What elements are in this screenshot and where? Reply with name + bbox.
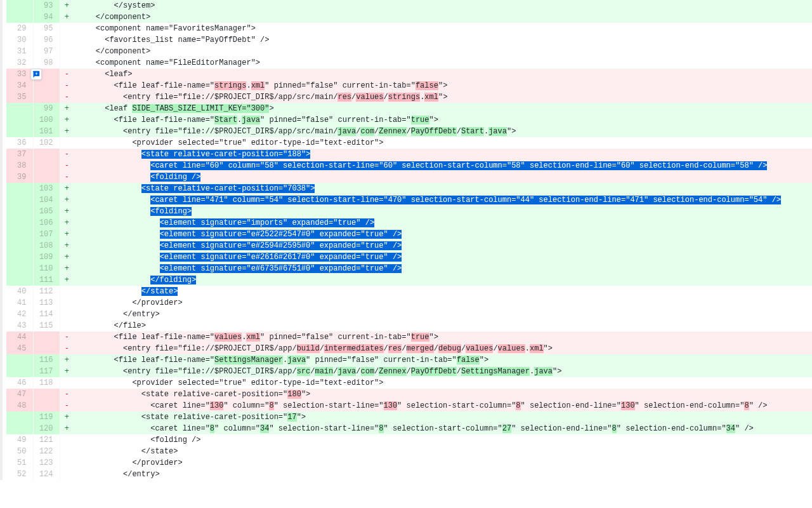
new-line-number[interactable]: 104 <box>33 194 60 206</box>
old-line-number[interactable] <box>6 103 33 114</box>
old-line-number[interactable]: 32 <box>6 57 33 69</box>
old-line-number[interactable]: 52 <box>6 469 33 480</box>
new-line-number[interactable]: 103 <box>33 183 60 194</box>
new-line-number[interactable]: 123 <box>33 457 60 469</box>
new-line-number[interactable]: 105 <box>33 206 60 217</box>
code-content[interactable]: <leaf SIDE_TABS_SIZE_LIMIT_KEY="300"> <box>74 103 812 114</box>
code-content[interactable]: <component name="FileEditorManager"> <box>74 57 812 69</box>
code-content[interactable]: </provider> <box>74 297 812 309</box>
diff-line[interactable]: 46118 <provider selected="true" editor-t… <box>6 377 812 389</box>
diff-line[interactable]: 103+ <state relative-caret-position="703… <box>6 183 812 194</box>
code-content[interactable]: <element signature="e#2522#2547#0" expan… <box>74 229 812 240</box>
code-content[interactable]: <state relative-caret-position="7038"> <box>74 183 812 194</box>
new-line-number[interactable] <box>33 331 60 343</box>
new-line-number[interactable]: 121 <box>33 434 60 446</box>
diff-line[interactable]: 52124 </entry> <box>6 469 812 480</box>
new-line-number[interactable] <box>33 91 60 103</box>
diff-line[interactable]: 50122 </state> <box>6 446 812 457</box>
new-line-number[interactable]: 116 <box>33 354 60 366</box>
diff-line[interactable]: 120+ <caret line="8" column="34" selecti… <box>6 423 812 434</box>
diff-line[interactable]: 48- <caret line="130" column="8" selecti… <box>6 400 812 411</box>
diff-line[interactable]: 51123 </provider> <box>6 457 812 469</box>
code-content[interactable]: </component> <box>74 11 812 23</box>
old-line-number[interactable]: 40 <box>6 286 33 297</box>
code-content[interactable]: <element signature="e#2594#2595#0" expan… <box>74 240 812 251</box>
new-line-number[interactable] <box>33 149 60 160</box>
new-line-number[interactable]: 124 <box>33 469 60 480</box>
diff-line[interactable]: 108+ <element signature="e#2594#2595#0" … <box>6 240 812 251</box>
old-line-number[interactable]: 34 <box>6 80 33 91</box>
old-line-number[interactable]: 44 <box>6 331 33 343</box>
old-line-number[interactable]: 50 <box>6 446 33 457</box>
code-content[interactable]: <provider selected="true" editor-type-id… <box>74 377 812 389</box>
diff-line[interactable]: 111+ </folding> <box>6 274 812 286</box>
code-content[interactable]: </folding> <box>74 274 812 286</box>
old-line-number[interactable] <box>6 240 33 251</box>
code-content[interactable]: <provider selected="true" editor-type-id… <box>74 137 812 149</box>
old-line-number[interactable] <box>6 354 33 366</box>
old-line-number[interactable]: 49 <box>6 434 33 446</box>
new-line-number[interactable] <box>33 343 60 354</box>
old-line-number[interactable]: 42 <box>6 309 33 320</box>
diff-line[interactable]: 2995 <component name="FavoritesManager"> <box>6 23 812 34</box>
diff-line[interactable]: 47- <state relative-caret-position="180"… <box>6 389 812 400</box>
code-content[interactable]: </component> <box>74 46 812 57</box>
new-line-number[interactable]: 110 <box>33 263 60 274</box>
new-line-number[interactable]: 106 <box>33 217 60 229</box>
new-line-number[interactable]: 113 <box>33 297 60 309</box>
code-content[interactable]: <element signature="e#6735#6751#0" expan… <box>74 263 812 274</box>
code-content[interactable]: <file leaf-file-name="strings.xml" pinne… <box>74 80 812 91</box>
diff-line[interactable]: 42114 </entry> <box>6 309 812 320</box>
old-line-number[interactable]: 47 <box>6 389 33 400</box>
new-line-number[interactable]: 94 <box>33 11 60 23</box>
old-line-number[interactable] <box>6 114 33 126</box>
diff-line[interactable]: 49121 <folding /> <box>6 434 812 446</box>
old-line-number[interactable] <box>6 11 33 23</box>
code-content[interactable]: <caret line="471" column="54" selection-… <box>74 194 812 206</box>
code-content[interactable]: <state relative-caret-position="180"> <box>74 389 812 400</box>
new-line-number[interactable]: 109 <box>33 251 60 263</box>
new-line-number[interactable]: 95 <box>33 23 60 34</box>
code-content[interactable]: </system> <box>74 0 812 11</box>
diff-line[interactable]: 38- <caret line="60" column="58" selecti… <box>6 160 812 171</box>
new-line-number[interactable]: 122 <box>33 446 60 457</box>
new-line-number[interactable] <box>33 171 60 183</box>
new-line-number[interactable]: 118 <box>33 377 60 389</box>
new-line-number[interactable]: 102 <box>33 137 60 149</box>
old-line-number[interactable]: 35 <box>6 91 33 103</box>
code-content[interactable]: <caret line="130" column="8" selection-s… <box>74 400 812 411</box>
new-line-number[interactable]: 111 <box>33 274 60 286</box>
new-line-number[interactable] <box>33 389 60 400</box>
code-content[interactable]: </state> <box>74 446 812 457</box>
new-line-number[interactable] <box>33 160 60 171</box>
old-line-number[interactable]: 37 <box>6 149 33 160</box>
new-line-number[interactable]: 99 <box>33 103 60 114</box>
code-content[interactable]: </state> <box>74 286 812 297</box>
diff-line[interactable]: 43115 </file> <box>6 320 812 331</box>
new-line-number[interactable]: 112 <box>33 286 60 297</box>
diff-line[interactable]: 100+ <file leaf-file-name="Start.java" p… <box>6 114 812 126</box>
new-line-number[interactable]: 108 <box>33 240 60 251</box>
diff-line[interactable]: 104+ <caret line="471" column="54" selec… <box>6 194 812 206</box>
diff-line[interactable]: 119+ <state relative-caret-position="17"… <box>6 411 812 423</box>
diff-line[interactable]: 35- <entry file="file://$PROJECT_DIR$/ap… <box>6 91 812 103</box>
new-line-number[interactable]: 98 <box>33 57 60 69</box>
diff-line[interactable]: 41113 </provider> <box>6 297 812 309</box>
code-content[interactable]: </file> <box>74 320 812 331</box>
code-content[interactable]: </entry> <box>74 469 812 480</box>
code-content[interactable]: <folding> <box>74 206 812 217</box>
new-line-number[interactable]: 100 <box>33 114 60 126</box>
old-line-number[interactable] <box>6 251 33 263</box>
new-line-number[interactable]: 97 <box>33 46 60 57</box>
diff-line[interactable]: 40112 </state> <box>6 286 812 297</box>
code-content[interactable]: </entry> <box>74 309 812 320</box>
diff-line[interactable]: 105+ <folding> <box>6 206 812 217</box>
diff-line[interactable]: 3096 <favorites_list name="PayOffDebt" /… <box>6 34 812 46</box>
new-line-number[interactable]: 96 <box>33 34 60 46</box>
old-line-number[interactable] <box>6 263 33 274</box>
code-content[interactable]: <file leaf-file-name="values.xml" pinned… <box>74 331 812 343</box>
old-line-number[interactable]: 33 <box>6 69 33 80</box>
diff-line[interactable]: 34- <file leaf-file-name="strings.xml" p… <box>6 80 812 91</box>
diff-line[interactable]: 3197 </component> <box>6 46 812 57</box>
code-content[interactable]: <element signature="imports" expanded="t… <box>74 217 812 229</box>
